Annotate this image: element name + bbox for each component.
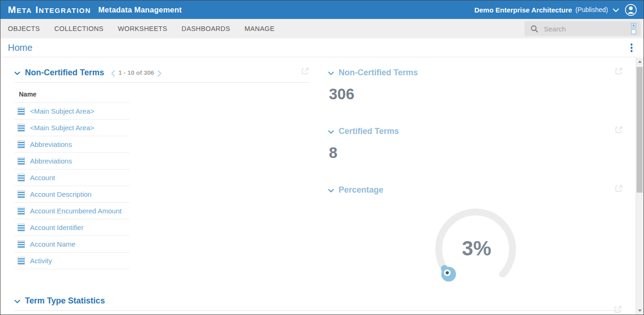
gauge-value: 3% (462, 237, 491, 260)
term-icon (18, 240, 25, 248)
open-in-new-icon[interactable] (614, 67, 623, 76)
term-icon (18, 157, 25, 165)
nav-tab[interactable]: DASHBOARDS (182, 25, 231, 32)
vertical-scrollbar[interactable] (636, 58, 644, 315)
collapse-icon[interactable] (14, 300, 20, 303)
term-icon (18, 107, 25, 115)
pagination-label: 1 - 10 of 306 (119, 69, 154, 76)
widget-header: Term Type Statistics (14, 296, 622, 311)
breadcrumb-home[interactable]: Home (8, 42, 32, 53)
open-in-new-icon[interactable] (613, 305, 622, 314)
stats-column: Non-Certified Terms 306 (328, 58, 623, 287)
table-row[interactable]: Account Name (14, 236, 130, 253)
term-name: Account Identifier (30, 224, 83, 231)
open-in-new-icon[interactable] (300, 67, 310, 76)
widget-title: Non-Certified Terms (339, 68, 418, 78)
widget-header: Non-Certified Terms (328, 58, 623, 82)
table-row[interactable]: Activity (14, 253, 130, 269)
term-name: Account Encumbered Amount (30, 207, 121, 215)
nav-tab[interactable]: MANAGE (244, 25, 274, 32)
gauge-handle-dot (446, 271, 449, 274)
workspace-selector[interactable]: Demo Enterprise Architecture (474, 6, 572, 14)
titlebar: Meta Integration Metadata Management Dem… (0, 0, 644, 19)
widget-title: Percentage (339, 185, 383, 195)
breadcrumb: Home (0, 38, 644, 57)
brand-logo: Meta Integration (8, 4, 91, 15)
collapse-icon[interactable] (328, 189, 334, 193)
term-icon (18, 224, 25, 231)
term-icon (18, 190, 25, 198)
term-name: Account Description (30, 190, 91, 198)
table-row[interactable]: Abbreviations (14, 153, 130, 170)
widget-header: Percentage (328, 175, 623, 200)
widget-non-certified-count: Non-Certified Terms 306 (328, 58, 623, 103)
widget-term-type-statistics: Term Type Statistics Domain (0, 296, 636, 315)
open-in-new-icon[interactable] (614, 125, 623, 134)
table-row[interactable]: Account (14, 170, 130, 186)
nav-tab[interactable]: COLLECTIONS (54, 25, 104, 32)
scroll-up-button[interactable] (636, 58, 644, 66)
prev-page-icon[interactable] (111, 70, 115, 77)
nav-tab[interactable]: WORKSHEETS (118, 25, 167, 32)
product-title: Metadata Management (98, 6, 182, 14)
stat-value: 8 (329, 144, 623, 162)
term-name: Account Name (30, 240, 75, 248)
widget-percentage-gauge: Percentage (328, 175, 623, 287)
term-name: Abbreviations (30, 157, 72, 165)
term-rows: <Main Subject Area> <Main Subject Area> … (14, 103, 310, 269)
widget-title: Term Type Statistics (25, 296, 105, 306)
term-name: <Main Subject Area> (30, 124, 94, 132)
widget-title: Certified Terms (339, 127, 399, 136)
workspace-status: (Published) (575, 6, 608, 13)
table-row[interactable]: <Main Subject Area> (14, 103, 130, 120)
titlebar-right: Demo Enterprise Architecture (Published) (474, 4, 637, 16)
collapse-icon[interactable] (14, 72, 20, 75)
term-icon (18, 257, 25, 265)
search-icon (531, 25, 538, 33)
term-name: Account (30, 174, 55, 182)
widget-header: Non-Certified Terms 1 - 10 of 306 (14, 58, 310, 83)
dashboard-columns: Non-Certified Terms 1 - 10 of 306 (0, 58, 636, 287)
table-row[interactable]: Account Description (14, 186, 130, 203)
percentage-gauge: 3% (420, 204, 531, 287)
chevron-down-icon[interactable] (613, 8, 619, 12)
dashboard-content: Non-Certified Terms 1 - 10 of 306 (0, 58, 636, 315)
widget-title: Non-Certified Terms (25, 68, 104, 78)
table-row[interactable]: Abbreviations (14, 136, 130, 153)
main-nav: OBJECTS COLLECTIONS WORKSHEETS DASHBOARD… (0, 19, 644, 38)
app-window: Meta Integration Metadata Management Dem… (0, 0, 644, 315)
search-options-icon[interactable] (630, 23, 637, 35)
open-in-new-icon[interactable] (614, 184, 623, 193)
term-icon (18, 140, 25, 148)
term-name: <Main Subject Area> (30, 107, 94, 115)
stat-value: 306 (329, 85, 623, 103)
term-icon (18, 207, 25, 215)
table-row[interactable]: Account Identifier (14, 219, 130, 236)
kebab-menu-icon[interactable] (630, 42, 634, 53)
nav-tabs: OBJECTS COLLECTIONS WORKSHEETS DASHBOARD… (8, 25, 274, 32)
widget-non-certified-terms-list: Non-Certified Terms 1 - 10 of 306 (14, 58, 310, 287)
term-name: Activity (30, 257, 52, 265)
next-page-icon[interactable] (157, 70, 162, 77)
search-box[interactable] (525, 21, 641, 36)
pagination: 1 - 10 of 306 (111, 69, 162, 77)
table-row[interactable]: <Main Subject Area> (14, 120, 130, 136)
widget-header: Certified Terms (328, 116, 623, 141)
collapse-icon[interactable] (328, 130, 334, 134)
table-row[interactable]: Account Encumbered Amount (14, 203, 130, 219)
collapse-icon[interactable] (328, 72, 334, 75)
term-icon (18, 124, 25, 132)
scroll-down-button[interactable] (636, 307, 644, 315)
term-icon (18, 174, 25, 182)
user-avatar-icon[interactable] (625, 4, 637, 16)
term-name: Abbreviations (30, 140, 72, 148)
scrollbar-thumb[interactable] (637, 67, 643, 193)
nav-tab[interactable]: OBJECTS (8, 25, 40, 32)
search-input[interactable] (544, 25, 627, 33)
widget-certified-count: Certified Terms 8 (328, 116, 623, 162)
column-header-name: Name (14, 83, 130, 103)
